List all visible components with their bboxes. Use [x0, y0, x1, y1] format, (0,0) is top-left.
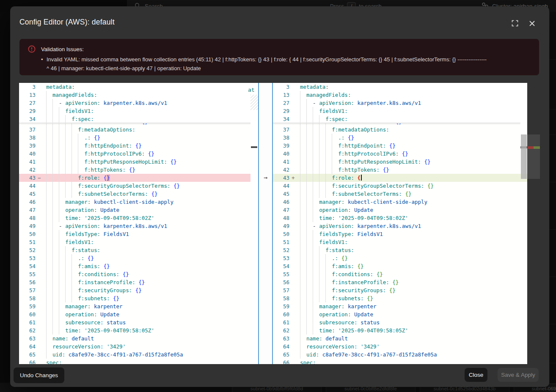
code-line[interactable]: 63 name: default [19, 334, 253, 343]
code-line[interactable]: 34 f:spec: [273, 115, 520, 123]
line-number[interactable]: 50 [273, 230, 292, 238]
line-number[interactable]: 54 [19, 262, 38, 270]
code-line[interactable]: 57 f:securityGroups: {} [273, 286, 520, 294]
code-line[interactable]: 45 f:subnetSelectorTerms: {} [19, 190, 253, 198]
line-number[interactable]: 54 [273, 262, 292, 270]
code-line[interactable]: 40 f:httpProtocolIPv6: {} [19, 150, 253, 158]
code-line[interactable]: 54 f:amis: {} [19, 262, 253, 270]
code-line[interactable]: 41 f:httpPutResponseHopLimit: {} [19, 158, 253, 166]
code-line[interactable]: 64 resourceVersion: '3429' [273, 343, 520, 351]
line-number[interactable]: 48 [273, 214, 292, 222]
line-number[interactable]: 61 [273, 318, 292, 326]
line-number[interactable]: 49 [19, 222, 38, 230]
code-line[interactable]: 50 fieldsType: FieldsV1 [273, 230, 520, 238]
line-number[interactable]: 39 [273, 142, 292, 150]
code-line[interactable]: 40 f:httpProtocolIPv6: {} [273, 150, 520, 158]
line-number[interactable]: 37 [19, 126, 38, 134]
line-number[interactable]: 64 [273, 343, 292, 351]
code-line[interactable]: 55 f:conditions: {} [19, 270, 253, 278]
line-number[interactable]: 52 [19, 246, 38, 254]
code-line[interactable]: 34 f:spec: [19, 115, 253, 123]
code-line[interactable]: 38 .: {} [19, 134, 253, 142]
line-number[interactable]: 38 [273, 134, 292, 142]
code-line[interactable]: 29 fieldsV1: [19, 107, 253, 115]
code-line[interactable]: 37 f:metadataOptions: [273, 126, 520, 134]
line-number[interactable]: 63 [273, 334, 292, 343]
line-number[interactable]: 39 [19, 142, 38, 150]
line-number[interactable]: 61 [19, 318, 38, 326]
code-line[interactable]: 59 manager: karpenter [19, 302, 253, 310]
code-line[interactable]: 27 - apiVersion: karpenter.k8s.aws/v1 [19, 99, 253, 107]
code-line[interactable]: 66spec: [273, 359, 520, 364]
line-number[interactable]: 43 [273, 174, 292, 182]
line-number[interactable]: 59 [19, 302, 38, 310]
line-number[interactable]: 48 [19, 214, 38, 222]
line-number[interactable]: 63 [19, 334, 38, 343]
code-line[interactable]: 27 - apiVersion: karpenter.k8s.aws/v1 [273, 99, 520, 107]
editor-scrollbar[interactable] [520, 83, 527, 364]
line-number[interactable]: 45 [19, 190, 38, 198]
line-number[interactable]: 27 [273, 99, 292, 107]
line-number[interactable]: 13 [273, 91, 292, 99]
code-line[interactable]: 64 resourceVersion: '3429' [19, 343, 253, 351]
line-number[interactable]: 57 [273, 286, 292, 294]
line-number[interactable]: 65 [273, 351, 292, 359]
code-line[interactable]: 60 operation: Update [19, 310, 253, 318]
code-line[interactable]: 42 f:httpTokens: {} [19, 166, 253, 174]
line-number[interactable]: 49 [273, 222, 292, 230]
code-line[interactable]: 50 fieldsType: FieldsV1 [19, 230, 253, 238]
code-line[interactable]: 44 f:securityGroupSelectorTerms: {} [19, 182, 253, 190]
line-number[interactable]: 58 [273, 294, 292, 302]
save-apply-button[interactable]: Save & Apply [498, 368, 539, 382]
fullscreen-button[interactable] [510, 19, 520, 28]
code-line[interactable]: 51 fieldsV1: [19, 238, 253, 246]
line-number[interactable]: 44 [19, 182, 38, 190]
code-line[interactable]: 39 f:httpEndpoint: {} [19, 142, 253, 150]
line-number[interactable]: 43 [19, 174, 38, 182]
code-line[interactable]: 53 .: {} [273, 254, 520, 262]
code-line[interactable]: 57 f:securityGroups: {} [19, 286, 253, 294]
code-line[interactable]: 43− f:role: {} [19, 174, 253, 182]
line-number[interactable]: 53 [273, 254, 292, 262]
line-number[interactable]: 29 [273, 107, 292, 115]
code-line[interactable]: 55 f:conditions: {} [273, 270, 520, 278]
code-line[interactable]: 44 f:securityGroupSelectorTerms: {} [273, 182, 520, 190]
undo-changes-button[interactable]: Undo Changes [14, 367, 64, 383]
line-number[interactable]: 57 [19, 286, 38, 294]
line-number[interactable]: 56 [19, 278, 38, 286]
line-number[interactable]: 62 [273, 326, 292, 334]
line-number[interactable]: 55 [273, 270, 292, 278]
code-line[interactable]: 60 operation: Update [273, 310, 520, 318]
minimap-original[interactable]: at [250, 83, 258, 364]
code-line[interactable]: 46 manager: kubectl-client-side-apply [19, 198, 253, 206]
line-number[interactable]: 34 [273, 115, 292, 123]
code-line[interactable]: 56 f:instanceProfile: {} [19, 278, 253, 286]
line-number[interactable]: 66 [19, 359, 38, 364]
line-number[interactable]: 42 [19, 166, 38, 174]
code-line[interactable]: 48 time: '2025-09-04T09:58:02Z' [19, 214, 253, 222]
line-number[interactable]: 47 [19, 206, 38, 214]
line-number[interactable]: 37 [273, 126, 292, 134]
diff-modified-pane[interactable]: 3metadata:13 managedFields:27 - apiVersi… [273, 83, 520, 364]
line-number[interactable]: 3 [273, 83, 292, 91]
diff-splitter-sash[interactable]: → [258, 83, 273, 364]
code-line[interactable]: 47 operation: Update [273, 206, 520, 214]
code-line[interactable]: 59 manager: karpenter [273, 302, 520, 310]
line-number[interactable]: 64 [19, 343, 38, 351]
close-dialog-button[interactable] [527, 19, 537, 28]
line-number[interactable]: 41 [273, 158, 292, 166]
line-number[interactable]: 56 [273, 278, 292, 286]
line-number[interactable]: 51 [273, 238, 292, 246]
code-line[interactable]: 37 f:metadataOptions: [19, 126, 253, 134]
code-line[interactable]: 41 f:httpPutResponseHopLimit: {} [273, 158, 520, 166]
code-line[interactable]: 38 .: {} [273, 134, 520, 142]
code-line[interactable]: 42 f:httpTokens: {} [273, 166, 520, 174]
line-number[interactable]: 27 [19, 99, 38, 107]
code-line[interactable]: 53 .: {} [19, 254, 253, 262]
line-number[interactable]: 13 [19, 91, 38, 99]
line-number[interactable]: 59 [273, 302, 292, 310]
code-line[interactable]: 52 f:status: [19, 246, 253, 254]
line-number[interactable]: 29 [19, 107, 38, 115]
line-number[interactable]: 3 [19, 83, 38, 91]
code-line[interactable]: 29 fieldsV1: [273, 107, 520, 115]
